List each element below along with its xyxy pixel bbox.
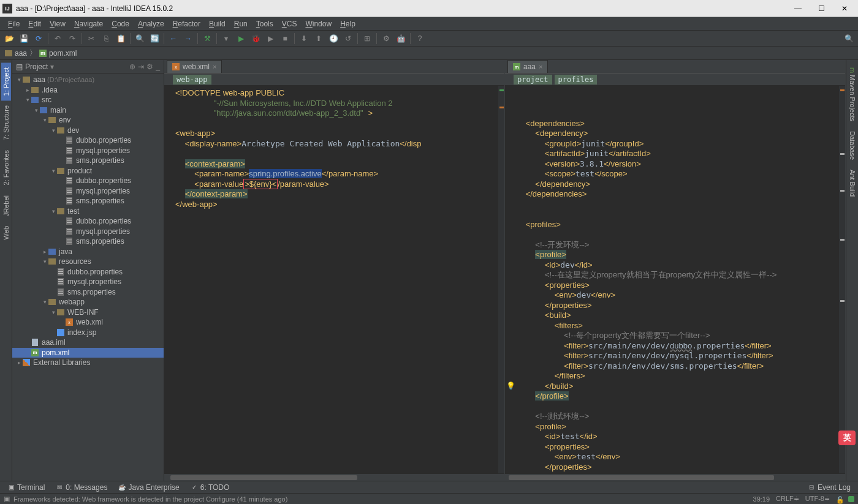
menu-edit[interactable]: Edit [24,18,45,29]
tree-node-product[interactable]: ▾product [12,166,164,176]
code-line[interactable] [516,99,845,109]
rail-tab-1--project[interactable]: 1: Project [1,62,11,100]
code-line[interactable] [175,119,504,129]
menu-navigate[interactable]: Navigate [70,18,107,29]
code-line[interactable] [516,402,845,412]
vcs-commit-icon[interactable]: ⬆ [312,32,325,45]
tree-node-index-jsp[interactable]: index.jsp [12,328,164,338]
maximize-button[interactable]: ☐ [815,4,827,13]
rail-tab-7--structure[interactable]: 7: Structure [1,100,11,145]
build-icon[interactable]: ⚒ [200,32,214,45]
coverage-icon[interactable]: ▶ [264,32,277,45]
breadcrumb-tag[interactable]: web-app [173,75,211,85]
hide-icon[interactable]: ⎯ [156,62,160,71]
code-line[interactable]: </properties> [516,462,845,473]
tree-node-sms-properties[interactable]: sms.properties [12,236,164,247]
code-line[interactable] [516,200,845,210]
code-editor-right[interactable]: 💡 <dependencies> <dependency> <groupId>j… [505,86,845,473]
save-icon[interactable]: 💾 [17,32,31,45]
code-line[interactable]: <!--开发环境--> [516,240,845,250]
ime-indicator-badge[interactable]: 英 [838,431,856,445]
menu-vcs[interactable]: VCS [278,18,302,29]
editor-tab-webxml[interactable]: x web.xml × [167,60,222,73]
readonly-lock-icon[interactable]: 🔓 [836,496,842,502]
code-line[interactable]: <properties> [516,442,845,453]
tree-node-sms-properties[interactable]: sms.properties [12,287,164,298]
code-line[interactable] [175,149,504,159]
code-line[interactable]: <param-value>${env}</param-value> [175,179,504,190]
settings-icon[interactable]: ⚙ [379,32,393,45]
tree-node--idea[interactable]: ▸.idea [12,85,164,96]
breadcrumb-tag[interactable]: profiles [555,75,598,85]
code-line[interactable]: </dependency> [516,179,845,190]
collapse-icon[interactable]: ⊕ [129,62,135,71]
stop-icon[interactable]: ■ [278,32,292,45]
stripe-mark[interactable] [840,300,845,302]
code-line[interactable] [516,209,845,220]
back-icon[interactable]: ← [167,32,180,45]
code-line[interactable]: <filters> [516,321,845,331]
tree-node-java[interactable]: ▸java [12,247,164,257]
code-line[interactable]: <!--在这里定义property就相当于在property文件中定义属性一样-… [516,270,845,280]
menu-help[interactable]: Help [336,18,360,29]
cursor-position[interactable]: 39:19 [753,495,770,503]
code-line[interactable]: <dependency> [516,129,845,139]
code-line[interactable]: <param-name>spring.profiles.active</para… [175,169,504,179]
run-config-dropdown[interactable]: ▾ [219,32,233,45]
tree-node-pom-xml[interactable]: mpom.xml [12,348,164,358]
tree-node-aaa[interactable]: ▾aaa (D:\Project\aaa) [12,75,164,85]
code-line[interactable]: <scope>test</scope> [516,169,845,179]
tree-node-main[interactable]: ▾main [12,105,164,116]
project-tree[interactable]: ▾aaa (D:\Project\aaa)▸.idea▾src▾main▾env… [12,73,164,481]
code-editor-left[interactable]: <!DOCTYPE web-app PUBLIC "-//Sun Microsy… [164,86,504,473]
bottom-tab-event-log[interactable]: ⊟Event Log [803,483,856,492]
refresh-icon[interactable]: ⟳ [32,32,45,45]
code-line[interactable] [516,108,845,119]
stripe-mark[interactable] [499,89,504,91]
menu-run[interactable]: Run [230,18,252,29]
tree-node-sms-properties[interactable]: sms.properties [12,156,164,166]
search-everywhere-icon[interactable]: 🔍 [842,32,856,45]
rail-tab-2--favorites[interactable]: 2: Favorites [1,145,11,190]
rail-tab-jrebel[interactable]: JRebel [1,190,11,221]
open-icon[interactable]: 📂 [2,32,16,45]
forward-icon[interactable]: → [181,32,195,45]
tree-node-webapp[interactable]: ▾webapp [12,297,164,307]
tree-node-dev[interactable]: ▾dev [12,126,164,136]
find-icon[interactable]: 🔍 [133,32,146,45]
paste-icon[interactable]: 📋 [114,32,127,45]
tree-node-mysql-properties[interactable]: mysql.properties [12,146,164,156]
menu-refactor[interactable]: Refactor [169,18,205,29]
stripe-mark[interactable] [840,239,845,241]
menu-file[interactable]: File [4,18,24,29]
tree-node-dubbo-properties[interactable]: dubbo.properties [12,176,164,186]
structure-icon[interactable]: ⊞ [360,32,374,45]
bottom-tab-terminal[interactable]: ▣Terminal [2,483,50,492]
code-line[interactable]: <dependencies> [516,119,845,129]
tree-node-dubbo-properties[interactable]: dubbo.properties [12,135,164,146]
code-line[interactable]: </build> [516,382,845,392]
replace-icon[interactable]: 🔄 [148,32,161,45]
bottom-tab-6--todo[interactable]: ✓6: TODO [186,483,235,492]
vcs-update-icon[interactable]: ⬇ [297,32,311,45]
stripe-mark[interactable] [840,190,845,192]
code-line[interactable]: <build> [516,310,845,321]
close-icon[interactable]: × [539,63,542,70]
code-line[interactable]: <display-name>Archetype Created Web Appl… [175,139,504,149]
code-line[interactable]: <id>test</id> [516,432,845,442]
menu-tools[interactable]: Tools [252,18,278,29]
code-line[interactable]: <context-param> [175,159,504,170]
bottom-tab-0--messages[interactable]: ✉0: Messages [51,483,112,492]
code-line[interactable]: <filter>src/main/env/dev/mysql.propertie… [516,351,845,361]
tree-node-test[interactable]: ▾test [12,206,164,217]
rail-tab-database[interactable]: Database [848,126,857,165]
editor-tab-aaa[interactable]: m aaa × [507,60,548,73]
tree-node-web-inf[interactable]: ▾WEB-INF [12,307,164,318]
project-panel-title[interactable]: Project [25,62,48,71]
stripe-mark[interactable] [840,153,845,155]
code-line[interactable]: </web-app> [175,200,504,210]
tree-node-aaa-iml[interactable]: aaa.iml [12,337,164,348]
copy-icon[interactable]: ⎘ [99,32,113,45]
code-line[interactable]: <profile> [516,250,845,260]
menu-window[interactable]: Window [301,18,336,29]
